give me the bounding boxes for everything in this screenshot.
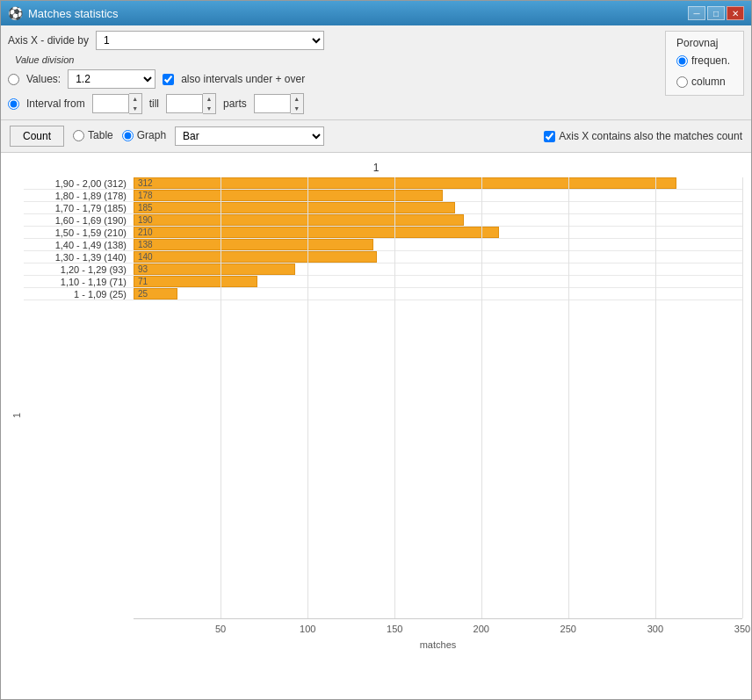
interval-parts-down[interactable]: ▼ bbox=[291, 104, 303, 113]
interval-radio[interactable] bbox=[8, 98, 19, 110]
bar-track: 190 bbox=[134, 214, 742, 226]
x-tick: 50 bbox=[215, 624, 226, 634]
bar-type-select[interactable]: Bar Line Pie bbox=[175, 126, 324, 146]
axis-x-label: Axis X - divide by bbox=[8, 34, 89, 47]
column-radio[interactable] bbox=[676, 76, 688, 88]
bar-track: 93 bbox=[134, 263, 742, 275]
bar-value: 190 bbox=[138, 215, 153, 225]
table-label: Table bbox=[88, 129, 113, 141]
interval-till-up[interactable]: ▲ bbox=[203, 94, 215, 104]
bars-section: 1,90 - 2,00 (312)3121,80 - 1,89 (178)178… bbox=[24, 177, 742, 618]
bar-label: 1,40 - 1,49 (138) bbox=[24, 240, 134, 250]
bar-row: 1,80 - 1,89 (178)178 bbox=[24, 190, 742, 202]
bar-row: 1 - 1,09 (25)25 bbox=[24, 288, 742, 300]
window-title: Matches statistics bbox=[28, 7, 119, 20]
axis-x-row: Axis X - divide by 1 bbox=[8, 31, 324, 50]
graph-option: Graph bbox=[122, 129, 166, 141]
values-radio[interactable] bbox=[8, 74, 19, 85]
bar-row: 1,20 - 1,29 (93)93 bbox=[24, 263, 742, 276]
interval-parts-input[interactable]: 10 bbox=[254, 94, 291, 113]
interval-row: Interval from 1,0 ▲ ▼ till 2,0 ▲ ▼ bbox=[8, 93, 324, 114]
interval-from-input[interactable]: 1,0 bbox=[92, 94, 129, 113]
bar-label: 1,20 - 1,29 (93) bbox=[24, 264, 134, 275]
interval-from-spinner: 1,0 ▲ ▼ bbox=[92, 93, 142, 114]
x-tick: 200 bbox=[474, 624, 489, 634]
bar-value: 138 bbox=[138, 240, 153, 249]
interval-till-input[interactable]: 2,0 bbox=[166, 94, 203, 113]
bar-fill: 210 bbox=[134, 227, 499, 238]
axis-x-contains-label: Axis X contains also the matches count bbox=[559, 130, 742, 142]
y-axis-label-area: 1 bbox=[10, 177, 24, 653]
bar-value: 185 bbox=[138, 203, 153, 213]
graph-label: Graph bbox=[137, 129, 166, 141]
bar-row: 1,90 - 2,00 (312)312 bbox=[24, 177, 742, 190]
chart-area: 1 1 1,90 - 2,00 (312)3121,80 - 1,89 (178… bbox=[1, 153, 751, 699]
close-button[interactable]: ✕ bbox=[727, 6, 744, 20]
bar-label: 1,90 - 2,00 (312) bbox=[24, 178, 134, 189]
interval-from-label: Interval from bbox=[26, 97, 85, 110]
interval-from-up[interactable]: ▲ bbox=[129, 94, 141, 104]
bar-value: 140 bbox=[138, 252, 153, 262]
bar-row: 1,10 - 1,19 (71)71 bbox=[24, 276, 742, 288]
bar-track: 185 bbox=[134, 202, 742, 213]
also-intervals-checkbox[interactable] bbox=[163, 74, 174, 85]
bar-fill: 178 bbox=[134, 190, 443, 201]
bar-value: 178 bbox=[138, 191, 153, 200]
interval-parts-spinner: 10 ▲ ▼ bbox=[254, 93, 304, 114]
x-axis-section: 50100150200250300350matches bbox=[24, 618, 742, 653]
x-tick: 300 bbox=[647, 624, 663, 634]
bar-label: 1,50 - 1,59 (210) bbox=[24, 227, 134, 238]
frequen-radio[interactable] bbox=[676, 55, 688, 67]
interval-till-spinner: 2,0 ▲ ▼ bbox=[166, 93, 216, 114]
axis-x-contains-checkbox[interactable] bbox=[544, 131, 555, 142]
interval-from-down[interactable]: ▼ bbox=[129, 104, 141, 113]
bar-row: 1,40 - 1,49 (138)138 bbox=[24, 239, 742, 251]
bar-track: 178 bbox=[134, 190, 742, 201]
interval-till-down[interactable]: ▼ bbox=[203, 104, 215, 113]
porovnaj-title: Porovnaj bbox=[676, 37, 733, 49]
chart-title: 1 bbox=[10, 162, 742, 174]
bar-label: 1,10 - 1,19 (71) bbox=[24, 277, 134, 287]
x-tick: 150 bbox=[387, 624, 402, 634]
bar-track: 140 bbox=[134, 251, 742, 263]
axis-x-select[interactable]: 1 bbox=[96, 31, 324, 50]
porovnaj-box: Porovnaj frequen. column bbox=[665, 31, 744, 96]
frequen-row: frequen. bbox=[676, 54, 733, 67]
bar-fill: 138 bbox=[134, 239, 373, 250]
frequen-label: frequen. bbox=[691, 54, 730, 67]
bar-fill: 190 bbox=[134, 214, 464, 226]
graph-radio[interactable] bbox=[122, 130, 134, 141]
bar-value: 312 bbox=[138, 178, 153, 188]
also-intervals-label: also intervals under + over bbox=[181, 73, 305, 85]
axis-x-contains-row: Axis X contains also the matches count bbox=[544, 130, 742, 142]
y-axis-label: 1 bbox=[11, 413, 22, 418]
values-select[interactable]: 1.2 bbox=[68, 69, 155, 89]
bar-value: 71 bbox=[138, 277, 148, 286]
bar-row: 1,60 - 1,69 (190)190 bbox=[24, 214, 742, 227]
interval-till-label: till bbox=[149, 97, 159, 110]
count-button[interactable]: Count bbox=[10, 126, 64, 147]
table-radio[interactable] bbox=[73, 130, 84, 141]
table-option: Table bbox=[73, 129, 113, 141]
bar-row: 1,70 - 1,79 (185)185 bbox=[24, 202, 742, 214]
bar-fill: 312 bbox=[134, 177, 676, 189]
bar-track: 71 bbox=[134, 276, 742, 287]
title-bar: ⚽ Matches statistics ─ □ ✕ bbox=[1, 1, 751, 25]
window-controls: ─ □ ✕ bbox=[688, 6, 744, 20]
x-tick: 100 bbox=[300, 624, 315, 634]
bar-label: 1 - 1,09 (25) bbox=[24, 289, 134, 299]
action-bar: Count Table Graph Bar Line Pie Axis X co… bbox=[1, 120, 751, 153]
bar-row: 1,30 - 1,39 (140)140 bbox=[24, 251, 742, 263]
chart-main: 1,90 - 2,00 (312)3121,80 - 1,89 (178)178… bbox=[24, 177, 742, 653]
chart-inner: 1 1,90 - 2,00 (312)3121,80 - 1,89 (178)1… bbox=[10, 177, 742, 653]
x-tick: 250 bbox=[560, 624, 576, 634]
bar-label: 1,60 - 1,69 (190) bbox=[24, 215, 134, 226]
maximize-button[interactable]: □ bbox=[707, 6, 725, 20]
minimize-button[interactable]: ─ bbox=[688, 6, 705, 20]
controls-main: Axis X - divide by 1 Value division Valu… bbox=[8, 31, 324, 114]
bar-fill: 93 bbox=[134, 263, 295, 275]
bar-label: 1,80 - 1,89 (178) bbox=[24, 191, 134, 201]
interval-parts-up[interactable]: ▲ bbox=[291, 94, 303, 104]
bar-value: 25 bbox=[138, 289, 148, 299]
value-division-row: Value division bbox=[8, 54, 324, 65]
